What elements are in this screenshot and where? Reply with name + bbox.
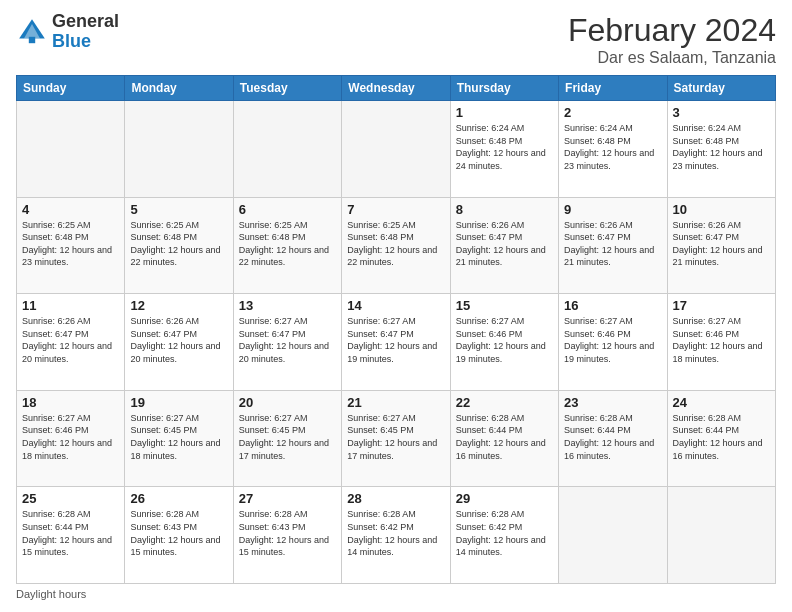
day-info: Sunrise: 6:27 AM Sunset: 6:45 PM Dayligh… <box>239 412 336 462</box>
day-info: Sunrise: 6:27 AM Sunset: 6:46 PM Dayligh… <box>673 315 770 365</box>
day-info: Sunrise: 6:25 AM Sunset: 6:48 PM Dayligh… <box>130 219 227 269</box>
day-info: Sunrise: 6:28 AM Sunset: 6:43 PM Dayligh… <box>130 508 227 558</box>
day-info: Sunrise: 6:27 AM Sunset: 6:45 PM Dayligh… <box>130 412 227 462</box>
day-info: Sunrise: 6:26 AM Sunset: 6:47 PM Dayligh… <box>673 219 770 269</box>
day-info: Sunrise: 6:27 AM Sunset: 6:46 PM Dayligh… <box>564 315 661 365</box>
calendar-cell: 13Sunrise: 6:27 AM Sunset: 6:47 PM Dayli… <box>233 294 341 391</box>
logo: General Blue <box>16 12 119 52</box>
calendar-cell: 11Sunrise: 6:26 AM Sunset: 6:47 PM Dayli… <box>17 294 125 391</box>
day-number: 16 <box>564 298 661 313</box>
month-title: February 2024 <box>568 12 776 49</box>
calendar-cell: 10Sunrise: 6:26 AM Sunset: 6:47 PM Dayli… <box>667 197 775 294</box>
day-info: Sunrise: 6:26 AM Sunset: 6:47 PM Dayligh… <box>456 219 553 269</box>
calendar-cell: 22Sunrise: 6:28 AM Sunset: 6:44 PM Dayli… <box>450 390 558 487</box>
day-info: Sunrise: 6:28 AM Sunset: 6:42 PM Dayligh… <box>456 508 553 558</box>
column-header-monday: Monday <box>125 76 233 101</box>
day-number: 3 <box>673 105 770 120</box>
day-number: 22 <box>456 395 553 410</box>
calendar-cell: 21Sunrise: 6:27 AM Sunset: 6:45 PM Dayli… <box>342 390 450 487</box>
week-row-4: 18Sunrise: 6:27 AM Sunset: 6:46 PM Dayli… <box>17 390 776 487</box>
calendar-cell <box>667 487 775 584</box>
week-row-1: 1Sunrise: 6:24 AM Sunset: 6:48 PM Daylig… <box>17 101 776 198</box>
calendar-cell: 27Sunrise: 6:28 AM Sunset: 6:43 PM Dayli… <box>233 487 341 584</box>
calendar-cell: 9Sunrise: 6:26 AM Sunset: 6:47 PM Daylig… <box>559 197 667 294</box>
day-info: Sunrise: 6:25 AM Sunset: 6:48 PM Dayligh… <box>22 219 119 269</box>
day-number: 28 <box>347 491 444 506</box>
day-info: Sunrise: 6:28 AM Sunset: 6:44 PM Dayligh… <box>22 508 119 558</box>
calendar-cell <box>559 487 667 584</box>
calendar-cell: 7Sunrise: 6:25 AM Sunset: 6:48 PM Daylig… <box>342 197 450 294</box>
location-subtitle: Dar es Salaam, Tanzania <box>568 49 776 67</box>
day-number: 20 <box>239 395 336 410</box>
daylight-hours-label: Daylight hours <box>16 588 86 600</box>
calendar-cell: 29Sunrise: 6:28 AM Sunset: 6:42 PM Dayli… <box>450 487 558 584</box>
title-block: February 2024 Dar es Salaam, Tanzania <box>568 12 776 67</box>
page: General Blue February 2024 Dar es Salaam… <box>0 0 792 612</box>
calendar-cell: 15Sunrise: 6:27 AM Sunset: 6:46 PM Dayli… <box>450 294 558 391</box>
day-info: Sunrise: 6:27 AM Sunset: 6:45 PM Dayligh… <box>347 412 444 462</box>
svg-rect-2 <box>29 37 35 43</box>
day-number: 25 <box>22 491 119 506</box>
day-number: 10 <box>673 202 770 217</box>
day-number: 7 <box>347 202 444 217</box>
calendar-cell: 16Sunrise: 6:27 AM Sunset: 6:46 PM Dayli… <box>559 294 667 391</box>
calendar-cell: 18Sunrise: 6:27 AM Sunset: 6:46 PM Dayli… <box>17 390 125 487</box>
column-header-thursday: Thursday <box>450 76 558 101</box>
calendar-cell: 17Sunrise: 6:27 AM Sunset: 6:46 PM Dayli… <box>667 294 775 391</box>
day-number: 13 <box>239 298 336 313</box>
calendar-cell: 26Sunrise: 6:28 AM Sunset: 6:43 PM Dayli… <box>125 487 233 584</box>
day-info: Sunrise: 6:28 AM Sunset: 6:44 PM Dayligh… <box>673 412 770 462</box>
day-number: 21 <box>347 395 444 410</box>
calendar-cell: 6Sunrise: 6:25 AM Sunset: 6:48 PM Daylig… <box>233 197 341 294</box>
calendar-table: SundayMondayTuesdayWednesdayThursdayFrid… <box>16 75 776 584</box>
day-number: 24 <box>673 395 770 410</box>
column-header-tuesday: Tuesday <box>233 76 341 101</box>
day-number: 27 <box>239 491 336 506</box>
calendar-cell: 1Sunrise: 6:24 AM Sunset: 6:48 PM Daylig… <box>450 101 558 198</box>
day-info: Sunrise: 6:27 AM Sunset: 6:47 PM Dayligh… <box>347 315 444 365</box>
calendar-cell: 3Sunrise: 6:24 AM Sunset: 6:48 PM Daylig… <box>667 101 775 198</box>
footer: Daylight hours <box>16 588 776 600</box>
week-row-5: 25Sunrise: 6:28 AM Sunset: 6:44 PM Dayli… <box>17 487 776 584</box>
logo-blue-text: Blue <box>52 32 119 52</box>
day-info: Sunrise: 6:26 AM Sunset: 6:47 PM Dayligh… <box>564 219 661 269</box>
day-number: 19 <box>130 395 227 410</box>
day-info: Sunrise: 6:26 AM Sunset: 6:47 PM Dayligh… <box>22 315 119 365</box>
calendar-cell <box>342 101 450 198</box>
column-header-saturday: Saturday <box>667 76 775 101</box>
column-header-wednesday: Wednesday <box>342 76 450 101</box>
column-header-sunday: Sunday <box>17 76 125 101</box>
day-info: Sunrise: 6:27 AM Sunset: 6:47 PM Dayligh… <box>239 315 336 365</box>
calendar-cell: 20Sunrise: 6:27 AM Sunset: 6:45 PM Dayli… <box>233 390 341 487</box>
calendar-cell: 5Sunrise: 6:25 AM Sunset: 6:48 PM Daylig… <box>125 197 233 294</box>
day-number: 18 <box>22 395 119 410</box>
day-info: Sunrise: 6:27 AM Sunset: 6:46 PM Dayligh… <box>456 315 553 365</box>
day-number: 23 <box>564 395 661 410</box>
day-number: 9 <box>564 202 661 217</box>
day-info: Sunrise: 6:27 AM Sunset: 6:46 PM Dayligh… <box>22 412 119 462</box>
day-number: 8 <box>456 202 553 217</box>
calendar-cell: 12Sunrise: 6:26 AM Sunset: 6:47 PM Dayli… <box>125 294 233 391</box>
calendar-cell: 23Sunrise: 6:28 AM Sunset: 6:44 PM Dayli… <box>559 390 667 487</box>
logo-text: General Blue <box>52 12 119 52</box>
day-number: 11 <box>22 298 119 313</box>
day-number: 12 <box>130 298 227 313</box>
calendar-cell: 14Sunrise: 6:27 AM Sunset: 6:47 PM Dayli… <box>342 294 450 391</box>
day-number: 15 <box>456 298 553 313</box>
calendar-cell: 4Sunrise: 6:25 AM Sunset: 6:48 PM Daylig… <box>17 197 125 294</box>
calendar-cell: 8Sunrise: 6:26 AM Sunset: 6:47 PM Daylig… <box>450 197 558 294</box>
calendar-cell <box>125 101 233 198</box>
day-info: Sunrise: 6:28 AM Sunset: 6:43 PM Dayligh… <box>239 508 336 558</box>
calendar-cell: 25Sunrise: 6:28 AM Sunset: 6:44 PM Dayli… <box>17 487 125 584</box>
day-number: 5 <box>130 202 227 217</box>
day-info: Sunrise: 6:24 AM Sunset: 6:48 PM Dayligh… <box>564 122 661 172</box>
week-row-2: 4Sunrise: 6:25 AM Sunset: 6:48 PM Daylig… <box>17 197 776 294</box>
calendar-cell: 19Sunrise: 6:27 AM Sunset: 6:45 PM Dayli… <box>125 390 233 487</box>
logo-icon <box>16 16 48 48</box>
day-number: 29 <box>456 491 553 506</box>
day-number: 6 <box>239 202 336 217</box>
calendar-cell: 24Sunrise: 6:28 AM Sunset: 6:44 PM Dayli… <box>667 390 775 487</box>
day-info: Sunrise: 6:28 AM Sunset: 6:44 PM Dayligh… <box>564 412 661 462</box>
calendar-cell <box>17 101 125 198</box>
day-info: Sunrise: 6:26 AM Sunset: 6:47 PM Dayligh… <box>130 315 227 365</box>
